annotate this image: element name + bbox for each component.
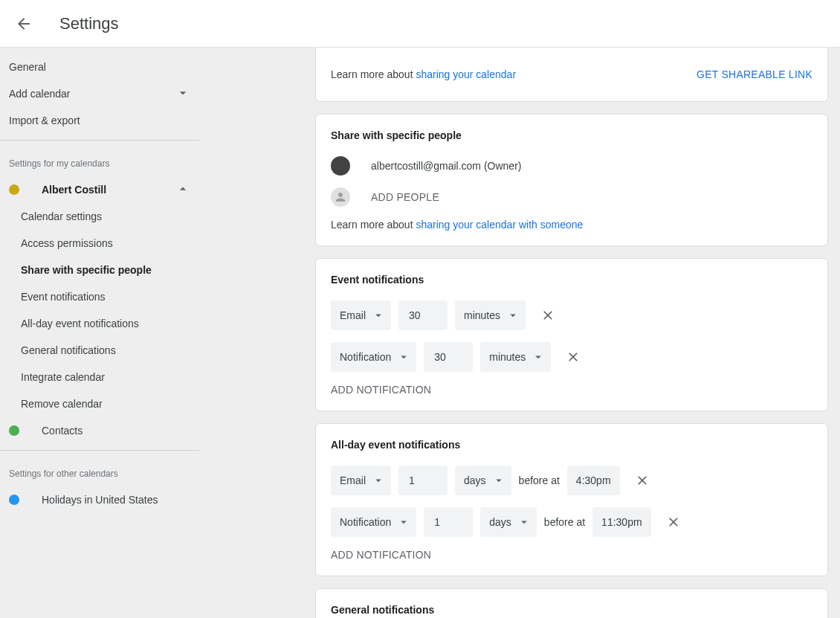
settings-header: Settings [0,0,840,48]
calendar-contacts[interactable]: Contacts [0,417,199,444]
back-arrow-icon[interactable] [6,6,42,42]
get-shareable-link-button[interactable]: GET SHAREABLE LINK [697,62,812,86]
page-title: Settings [59,14,119,33]
notif-time-select[interactable]: 11:30pm [592,507,650,537]
notif-unit-select[interactable]: days [455,466,511,495]
other-calendars-heading: Settings for other calendars [0,457,199,486]
settings-sidebar: General Add calendar Import & export Set… [0,48,199,618]
allday-notifications-card: All-day event notifications Email days b… [315,423,828,576]
notif-type-select[interactable]: Notification [331,342,416,372]
allday-notifications-title: All-day event notifications [331,439,812,451]
learn-sharing-text: Learn more about sharing your calendar [331,68,516,80]
nav-add-calendar[interactable]: Add calendar [0,80,199,107]
allday-notif-row: Notification days before at 11:30pm [331,507,812,537]
add-people-button[interactable]: ADD PEOPLE [371,191,439,203]
event-notif-row: Notification minutes [331,342,812,372]
sharing-calendar-link[interactable]: sharing your calendar [416,68,516,80]
dropdown-icon [372,309,385,322]
subnav-access-permissions[interactable]: Access permissions [0,230,199,257]
nav-import-export[interactable]: Import & export [0,107,199,134]
remove-notification-button[interactable] [627,466,657,495]
chevron-down-icon [175,86,190,103]
close-icon [566,350,581,364]
person-placeholder-icon [331,187,350,207]
remove-notification-button[interactable] [558,342,588,372]
calendar-color-dot [9,495,19,505]
event-notifications-card: Event notifications Email minutes [315,258,828,411]
notif-time-select[interactable]: 4:30pm [567,466,620,495]
dropdown-icon [517,515,531,529]
share-people-card: Share with specific people albertcostill… [315,114,828,246]
calendar-name-label: Holidays in United States [42,494,158,506]
my-calendars-heading: Settings for my calendars [0,147,199,176]
notif-type-select[interactable]: Email [331,466,391,495]
main-content: Learn more about sharing your calendar G… [199,48,840,618]
learn-share-someone-text: Learn more about sharing your calendar w… [331,219,812,231]
notif-unit-select[interactable]: days [480,507,537,537]
dropdown-icon [397,515,410,529]
subnav-integrate-calendar[interactable]: Integrate calendar [0,364,199,390]
remove-notification-button[interactable] [533,300,563,330]
close-icon [540,308,555,323]
subnav-share-specific-people[interactable]: Share with specific people [0,257,199,283]
owner-avatar [331,156,350,176]
notif-value-input[interactable] [398,300,448,330]
notif-value-input[interactable] [424,507,473,537]
dropdown-icon [492,474,505,487]
nav-general[interactable]: General [0,54,199,80]
notif-value-input[interactable] [398,466,448,495]
dropdown-icon [506,309,520,322]
calendar-name-label: Contacts [42,425,83,437]
before-at-label: before at [544,516,585,528]
notif-value-input[interactable] [424,342,473,372]
dropdown-icon [397,350,410,364]
divider [0,450,199,451]
add-allday-notification-button[interactable]: ADD NOTIFICATION [331,549,812,561]
calendar-name-label: Albert Costill [42,184,106,196]
subnav-allday-notifications[interactable]: All-day event notifications [0,310,199,337]
nav-add-calendar-label: Add calendar [9,88,71,100]
notif-type-select[interactable]: Email [331,300,391,330]
event-notifications-title: Event notifications [331,274,812,286]
calendar-holidays-us[interactable]: Holidays in United States [0,486,199,513]
general-notifications-card: General notifications [315,588,828,618]
subnav-general-notifications[interactable]: General notifications [0,337,199,364]
allday-notif-row: Email days before at 4:30pm [331,466,812,495]
owner-email-label: albertcostill@gmail.com (Owner) [371,160,521,172]
remove-notification-button[interactable] [659,507,688,537]
notif-unit-select[interactable]: minutes [480,342,551,372]
access-permissions-card: Learn more about sharing your calendar G… [315,48,828,102]
calendar-albert-costill[interactable]: Albert Costill [0,176,199,203]
calendar-color-dot [9,425,19,436]
general-notifications-title: General notifications [331,604,812,616]
close-icon [666,515,681,530]
chevron-up-icon [175,181,190,199]
dropdown-icon [532,350,545,364]
event-notif-row: Email minutes [331,300,812,330]
share-someone-link[interactable]: sharing your calendar with someone [416,219,583,231]
notif-unit-select[interactable]: minutes [455,300,526,330]
notif-type-select[interactable]: Notification [331,507,416,537]
add-event-notification-button[interactable]: ADD NOTIFICATION [331,384,812,396]
share-people-title: Share with specific people [331,129,812,141]
close-icon [635,473,650,488]
subnav-calendar-settings[interactable]: Calendar settings [0,203,199,230]
dropdown-icon [372,474,385,487]
subnav-remove-calendar[interactable]: Remove calendar [0,390,199,417]
divider [0,140,199,141]
calendar-color-dot [9,184,19,195]
before-at-label: before at [519,474,560,486]
subnav-event-notifications[interactable]: Event notifications [0,283,199,310]
